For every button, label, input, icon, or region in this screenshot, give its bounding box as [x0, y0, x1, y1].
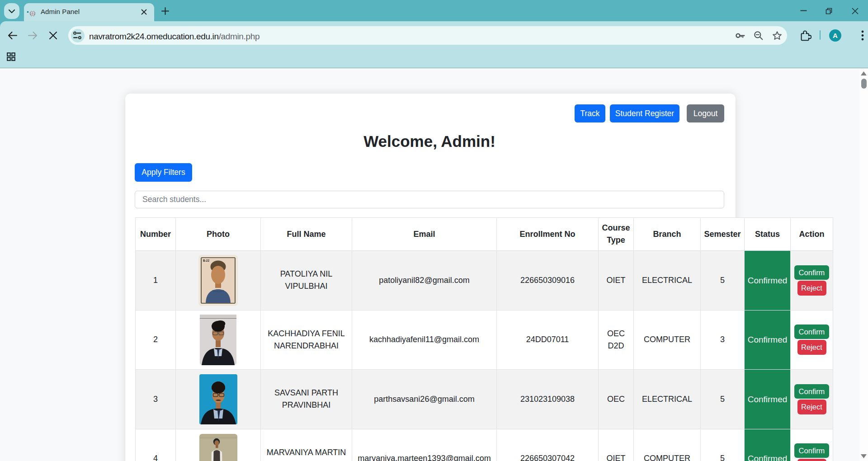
svg-text:B-22: B-22 [203, 259, 209, 262]
